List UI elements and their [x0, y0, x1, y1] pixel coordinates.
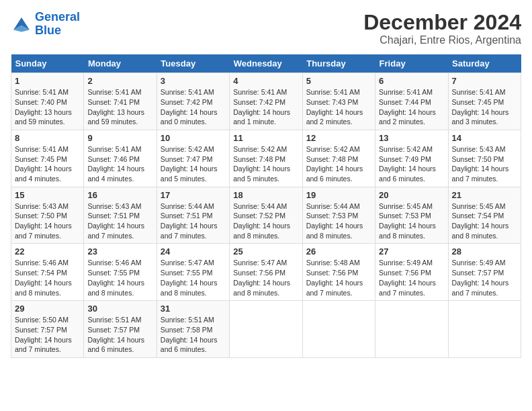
- day-number: 16: [87, 190, 152, 200]
- day-info: Sunrise: 5:48 AM Sunset: 7:56 PM Dayligh…: [306, 258, 371, 298]
- calendar-day-cell: 6Sunrise: 5:41 AM Sunset: 7:44 PM Daylig…: [375, 73, 448, 130]
- day-info: Sunrise: 5:42 AM Sunset: 7:48 PM Dayligh…: [306, 144, 371, 184]
- calendar-day-cell: 11Sunrise: 5:42 AM Sunset: 7:48 PM Dayli…: [230, 130, 302, 187]
- day-info: Sunrise: 5:51 AM Sunset: 7:58 PM Dayligh…: [161, 315, 226, 355]
- calendar-day-cell: 4Sunrise: 5:41 AM Sunset: 7:42 PM Daylig…: [230, 73, 302, 130]
- calendar-day-cell: 3Sunrise: 5:41 AM Sunset: 7:42 PM Daylig…: [157, 73, 229, 130]
- day-info: Sunrise: 5:42 AM Sunset: 7:49 PM Dayligh…: [379, 144, 444, 184]
- day-info: Sunrise: 5:41 AM Sunset: 7:41 PM Dayligh…: [87, 87, 152, 127]
- day-number: 2: [87, 76, 152, 86]
- calendar-day-cell: 20Sunrise: 5:45 AM Sunset: 7:53 PM Dayli…: [375, 187, 448, 244]
- calendar-day-cell: 19Sunrise: 5:44 AM Sunset: 7:53 PM Dayli…: [302, 187, 375, 244]
- day-info: Sunrise: 5:42 AM Sunset: 7:47 PM Dayligh…: [161, 144, 226, 184]
- day-number: 28: [452, 246, 517, 257]
- calendar-day-cell: 8Sunrise: 5:41 AM Sunset: 7:45 PM Daylig…: [11, 130, 84, 187]
- calendar-table: SundayMondayTuesdayWednesdayThursdayFrid…: [11, 54, 521, 358]
- day-info: Sunrise: 5:44 AM Sunset: 7:51 PM Dayligh…: [161, 201, 226, 241]
- day-number: 17: [161, 190, 226, 200]
- day-info: Sunrise: 5:50 AM Sunset: 7:57 PM Dayligh…: [15, 315, 80, 355]
- day-number: 23: [87, 246, 152, 257]
- empty-cell: [230, 301, 302, 358]
- calendar-day-cell: 25Sunrise: 5:47 AM Sunset: 7:56 PM Dayli…: [230, 244, 302, 301]
- day-info: Sunrise: 5:47 AM Sunset: 7:55 PM Dayligh…: [161, 258, 226, 298]
- day-number: 11: [233, 133, 298, 143]
- day-info: Sunrise: 5:44 AM Sunset: 7:53 PM Dayligh…: [306, 201, 371, 241]
- calendar-week-row: 22Sunrise: 5:46 AM Sunset: 7:54 PM Dayli…: [11, 244, 521, 301]
- calendar-day-cell: 24Sunrise: 5:47 AM Sunset: 7:55 PM Dayli…: [157, 244, 229, 301]
- day-number: 27: [379, 246, 444, 257]
- day-number: 1: [15, 76, 80, 86]
- day-number: 7: [452, 76, 517, 86]
- calendar-day-cell: 7Sunrise: 5:41 AM Sunset: 7:45 PM Daylig…: [448, 73, 521, 130]
- logo-text: General Blue: [35, 11, 80, 38]
- logo: General Blue: [11, 11, 80, 38]
- day-number: 5: [306, 76, 371, 86]
- day-info: Sunrise: 5:45 AM Sunset: 7:53 PM Dayligh…: [379, 201, 444, 241]
- day-number: 6: [379, 76, 444, 86]
- weekday-header: Tuesday: [157, 54, 229, 73]
- calendar-header: SundayMondayTuesdayWednesdayThursdayFrid…: [11, 54, 521, 73]
- calendar-day-cell: 2Sunrise: 5:41 AM Sunset: 7:41 PM Daylig…: [84, 73, 157, 130]
- day-info: Sunrise: 5:47 AM Sunset: 7:56 PM Dayligh…: [233, 258, 298, 298]
- day-number: 13: [379, 133, 444, 143]
- day-info: Sunrise: 5:41 AM Sunset: 7:45 PM Dayligh…: [452, 87, 517, 127]
- page-header: General Blue December 2024 Chajari, Entr…: [11, 11, 521, 46]
- day-number: 8: [15, 133, 80, 143]
- day-info: Sunrise: 5:43 AM Sunset: 7:50 PM Dayligh…: [452, 144, 517, 184]
- day-info: Sunrise: 5:46 AM Sunset: 7:54 PM Dayligh…: [15, 258, 80, 298]
- day-info: Sunrise: 5:41 AM Sunset: 7:45 PM Dayligh…: [15, 144, 80, 184]
- weekday-header: Sunday: [11, 54, 84, 73]
- day-info: Sunrise: 5:43 AM Sunset: 7:51 PM Dayligh…: [87, 201, 152, 241]
- calendar-day-cell: 28Sunrise: 5:49 AM Sunset: 7:57 PM Dayli…: [448, 244, 521, 301]
- calendar-day-cell: 30Sunrise: 5:51 AM Sunset: 7:57 PM Dayli…: [84, 301, 157, 358]
- weekday-header: Saturday: [448, 54, 521, 73]
- calendar-week-row: 15Sunrise: 5:43 AM Sunset: 7:50 PM Dayli…: [11, 187, 521, 244]
- day-number: 24: [161, 246, 226, 257]
- day-info: Sunrise: 5:41 AM Sunset: 7:44 PM Dayligh…: [379, 87, 444, 127]
- empty-cell: [448, 301, 521, 358]
- day-info: Sunrise: 5:46 AM Sunset: 7:55 PM Dayligh…: [87, 258, 152, 298]
- title-block: December 2024 Chajari, Entre Rios, Argen…: [363, 11, 521, 46]
- calendar-day-cell: 17Sunrise: 5:44 AM Sunset: 7:51 PM Dayli…: [157, 187, 229, 244]
- day-info: Sunrise: 5:49 AM Sunset: 7:57 PM Dayligh…: [452, 258, 517, 298]
- day-number: 19: [306, 190, 371, 200]
- calendar-day-cell: 26Sunrise: 5:48 AM Sunset: 7:56 PM Dayli…: [302, 244, 375, 301]
- day-info: Sunrise: 5:41 AM Sunset: 7:42 PM Dayligh…: [233, 87, 298, 127]
- calendar-day-cell: 5Sunrise: 5:41 AM Sunset: 7:43 PM Daylig…: [302, 73, 375, 130]
- calendar-day-cell: 13Sunrise: 5:42 AM Sunset: 7:49 PM Dayli…: [375, 130, 448, 187]
- day-number: 30: [87, 304, 152, 314]
- day-info: Sunrise: 5:41 AM Sunset: 7:46 PM Dayligh…: [87, 144, 152, 184]
- calendar-day-cell: 15Sunrise: 5:43 AM Sunset: 7:50 PM Dayli…: [11, 187, 84, 244]
- day-info: Sunrise: 5:49 AM Sunset: 7:56 PM Dayligh…: [379, 258, 444, 298]
- calendar-day-cell: 22Sunrise: 5:46 AM Sunset: 7:54 PM Dayli…: [11, 244, 84, 301]
- day-number: 26: [306, 246, 371, 257]
- calendar-day-cell: 1Sunrise: 5:41 AM Sunset: 7:40 PM Daylig…: [11, 73, 84, 130]
- calendar-day-cell: 23Sunrise: 5:46 AM Sunset: 7:55 PM Dayli…: [84, 244, 157, 301]
- day-info: Sunrise: 5:41 AM Sunset: 7:40 PM Dayligh…: [15, 87, 80, 127]
- calendar-week-row: 8Sunrise: 5:41 AM Sunset: 7:45 PM Daylig…: [11, 130, 521, 187]
- day-number: 15: [15, 190, 80, 200]
- day-number: 22: [15, 246, 80, 257]
- day-info: Sunrise: 5:43 AM Sunset: 7:50 PM Dayligh…: [15, 201, 80, 241]
- day-info: Sunrise: 5:51 AM Sunset: 7:57 PM Dayligh…: [87, 315, 152, 355]
- month-title: December 2024: [363, 11, 521, 34]
- calendar-day-cell: 16Sunrise: 5:43 AM Sunset: 7:51 PM Dayli…: [84, 187, 157, 244]
- weekday-header: Thursday: [302, 54, 375, 73]
- calendar-day-cell: 27Sunrise: 5:49 AM Sunset: 7:56 PM Dayli…: [375, 244, 448, 301]
- day-info: Sunrise: 5:41 AM Sunset: 7:42 PM Dayligh…: [161, 87, 226, 127]
- calendar-day-cell: 9Sunrise: 5:41 AM Sunset: 7:46 PM Daylig…: [84, 130, 157, 187]
- empty-cell: [375, 301, 448, 358]
- calendar-day-cell: 21Sunrise: 5:45 AM Sunset: 7:54 PM Dayli…: [448, 187, 521, 244]
- day-info: Sunrise: 5:44 AM Sunset: 7:52 PM Dayligh…: [233, 201, 298, 241]
- day-number: 3: [161, 76, 226, 86]
- day-number: 10: [161, 133, 226, 143]
- day-number: 25: [233, 246, 298, 257]
- calendar-day-cell: 10Sunrise: 5:42 AM Sunset: 7:47 PM Dayli…: [157, 130, 229, 187]
- calendar-day-cell: 12Sunrise: 5:42 AM Sunset: 7:48 PM Dayli…: [302, 130, 375, 187]
- day-number: 18: [233, 190, 298, 200]
- calendar-day-cell: 31Sunrise: 5:51 AM Sunset: 7:58 PM Dayli…: [157, 301, 229, 358]
- day-number: 14: [452, 133, 517, 143]
- day-number: 31: [161, 304, 226, 314]
- day-number: 29: [15, 304, 80, 314]
- calendar-day-cell: 29Sunrise: 5:50 AM Sunset: 7:57 PM Dayli…: [11, 301, 84, 358]
